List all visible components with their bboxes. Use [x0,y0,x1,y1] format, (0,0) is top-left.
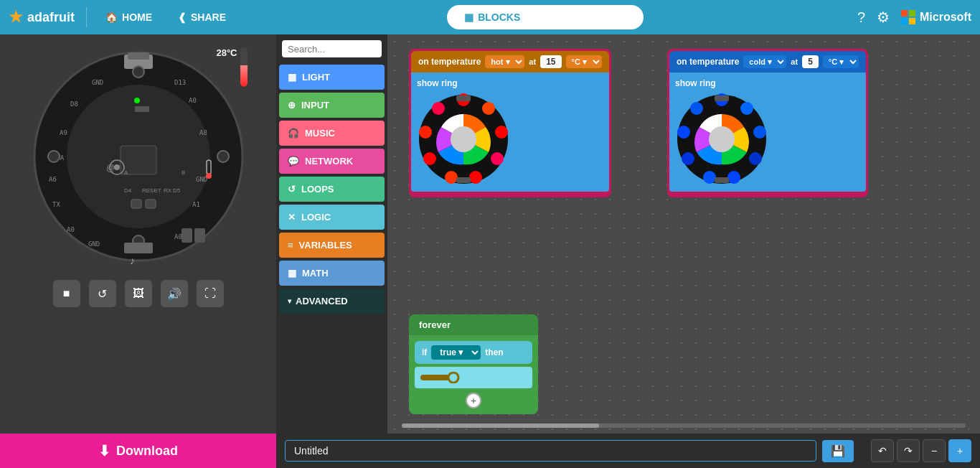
forever-block-inner: forever if true ▾ false then [409,314,538,414]
sidebar-item-logic[interactable]: ✕ LOGIC [279,205,385,230]
music-icon: 🎧 [288,128,299,139]
workspace[interactable]: on temperature hot ▾ cold at 15 °C ▾ °F … [387,34,980,434]
forever-block[interactable]: forever if true ▾ false then [409,314,538,414]
svg-rect-39 [124,243,153,253]
svg-rect-42 [194,228,205,243]
share-button[interactable]: ❰ SHARE [171,9,233,26]
restart-button[interactable]: ↺ [89,280,116,307]
svg-text:D8: D8 [70,100,78,108]
then-label: then [485,347,503,357]
svg-text:GND: GND [196,176,207,183]
ms-sq-green [909,10,915,17]
star-icon: ★ [9,8,23,27]
input-icon: ⊕ [288,100,296,111]
svg-point-45 [482,102,495,115]
tab-javascript[interactable]: {} JAVASCRIPT [536,6,642,28]
stop-button[interactable]: ■ [53,280,80,307]
svg-rect-55 [456,177,471,183]
inner-slot [415,367,532,388]
svg-point-63 [682,152,694,165]
svg-point-70 [448,373,458,383]
sidebar-item-input[interactable]: ⊕ INPUT [279,93,385,118]
loops-label: LOOPS [301,184,334,195]
expand-button[interactable]: ⛶ [197,280,224,307]
svg-text:♪: ♪ [130,255,135,264]
svg-point-64 [677,126,690,139]
true-dropdown[interactable]: true ▾ false [431,345,481,360]
hot-temperature-block[interactable]: on temperature hot ▾ cold at 15 °C ▾ °F … [409,49,611,197]
if-label: if [422,347,427,357]
js-label: JAVASCRIPT [564,11,626,23]
cold-temperature-block[interactable]: on temperature cold ▾ hot at 5 °C ▾ °F s… [667,49,868,197]
svg-point-47 [491,152,504,165]
forever-body: if true ▾ false then [409,335,538,414]
hot-unit-dropdown[interactable]: °C ▾ °F [566,55,602,68]
download-label: Download [116,444,178,459]
svg-rect-37 [131,200,141,208]
cold-block-header: on temperature cold ▾ hot at 5 °C ▾ °F [669,51,866,72]
sidebar-item-loops[interactable]: ↺ LOOPS [279,177,385,202]
sidebar-item-network[interactable]: 💬 NETWORK [279,149,385,174]
input-label: INPUT [301,100,329,111]
hot-ring-svg [417,93,510,186]
hot-show-ring-block: show ring [411,72,609,192]
svg-point-59 [753,126,766,139]
zoom-in-button[interactable]: + [948,439,971,462]
sidebar-item-math[interactable]: ▦ MATH [279,261,385,286]
svg-point-22 [217,151,229,162]
undo-button[interactable]: ↶ [871,439,894,462]
svg-point-51 [419,126,432,139]
sidebar-item-variables[interactable]: ≡ VARIABLES [279,233,385,258]
key-shape-icon [420,372,460,383]
sidebar-item-advanced[interactable]: ▾ ADVANCED [279,289,385,314]
search-bar: 🔍 [282,40,382,57]
svg-text:D13: D13 [174,79,186,86]
svg-text:A1: A1 [192,201,200,208]
zoom-out-button[interactable]: − [923,439,946,462]
help-button[interactable]: ? [857,9,865,26]
save-button[interactable]: 💾 [822,440,854,462]
logic-icon: ✕ [288,212,296,223]
tab-blocks[interactable]: ▦ BLOCKS [448,6,536,28]
svg-point-66 [709,126,735,152]
blocks-panel: 🔍 ▦ LIGHT ⊕ INPUT 🎧 MUSIC 💬 NETWORK ↺ LO… [276,34,387,434]
math-label: MATH [302,268,329,279]
svg-text:A9: A9 [60,129,67,136]
svg-text:TX: TX [52,201,60,208]
brand-name: adafruit [27,10,75,25]
cold-show-ring-label: show ring [675,78,860,88]
search-input[interactable] [288,44,387,55]
simulator-controls: ■ ↺ 🖼 🔊 ⛶ [53,280,224,307]
cold-ring-visual [675,93,768,186]
download-icon: ⬇ [98,442,110,459]
sidebar-item-light[interactable]: ▦ LIGHT [279,65,385,90]
svg-rect-67 [715,95,729,101]
network-icon: 💬 [288,156,299,167]
add-block-button[interactable]: + [466,393,481,408]
ms-sq-red [901,10,908,17]
svg-text:A8: A8 [199,129,207,136]
svg-text:B: B [182,169,185,176]
sound-button[interactable]: 🔊 [161,280,188,307]
simulator-area: 28°C GND D13 D8 A0 A9 SDA [24,42,253,271]
svg-rect-23 [135,106,142,112]
download-button[interactable]: ⬇ Download [0,434,276,468]
at-label-hot: at [529,57,536,66]
screenshot-button[interactable]: 🖼 [125,280,152,307]
horizontal-scrollbar[interactable] [402,423,966,428]
redo-button[interactable]: ↷ [897,439,920,462]
cold-condition-dropdown[interactable]: cold ▾ hot [743,55,786,68]
svg-point-58 [740,102,753,115]
light-label: LIGHT [302,72,330,83]
cold-ring-svg [675,93,768,186]
settings-button[interactable]: ⚙ [877,9,890,26]
home-icon: 🏠 [105,11,118,23]
sidebar-item-music[interactable]: 🎧 MUSIC [279,121,385,146]
home-button[interactable]: 🏠 HOME [98,9,159,26]
hot-show-ring-label: show ring [417,78,603,88]
cold-unit-dropdown[interactable]: °C ▾ °F [823,55,859,68]
filename-input[interactable] [285,440,816,462]
hot-condition-dropdown[interactable]: hot ▾ cold [485,55,524,68]
bottom-bar: ⬇ Download 💾 ↶ ↷ − + [0,434,980,468]
home-label: HOME [122,11,152,23]
